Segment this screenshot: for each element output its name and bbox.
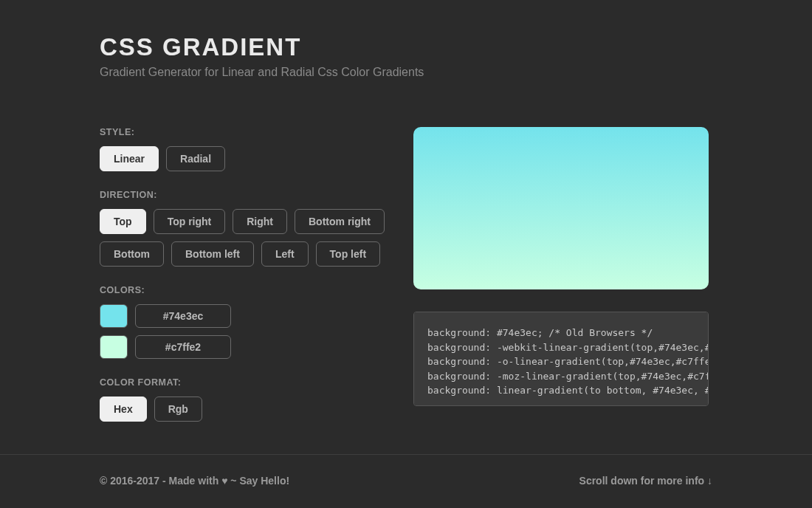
format-rgb-button[interactable]: Rgb [154, 397, 202, 422]
gradient-preview [413, 127, 709, 289]
color-input-2[interactable] [135, 335, 231, 359]
code-output[interactable]: background: #74e3ec; /* Old Browsers */ … [413, 312, 709, 406]
footer: © 2016-2017 - Made with ♥ ~ Say Hello! S… [0, 454, 812, 506]
output-panel: background: #74e3ec; /* Old Browsers */ … [413, 127, 709, 440]
page-title: CSS GRADIENT [100, 33, 712, 61]
color-swatch-2[interactable] [100, 335, 128, 359]
style-label: STYLE: [100, 127, 391, 137]
direction-top-right-button[interactable]: Top right [154, 209, 226, 234]
direction-bottom-left-button[interactable]: Bottom left [171, 241, 254, 267]
color-swatch-1[interactable] [100, 304, 128, 328]
direction-bottom-button[interactable]: Bottom [100, 241, 164, 267]
direction-top-left-button[interactable]: Top left [316, 241, 381, 267]
direction-label: DIRECTION: [100, 190, 391, 200]
format-section: COLOR FORMAT: Hex Rgb [100, 377, 391, 422]
controls-panel: STYLE: Linear Radial DIRECTION: Top Top … [100, 127, 391, 440]
format-label: COLOR FORMAT: [100, 377, 391, 388]
colors-label: COLORS: [100, 285, 391, 295]
direction-left-button[interactable]: Left [261, 241, 309, 267]
footer-right[interactable]: Scroll down for more info ↓ [579, 475, 712, 487]
format-hex-button[interactable]: Hex [100, 397, 147, 422]
color-input-1[interactable] [135, 304, 231, 328]
colors-section: COLORS: [100, 285, 391, 359]
footer-left: © 2016-2017 - Made with ♥ ~ Say Hello! [100, 475, 289, 487]
style-linear-button[interactable]: Linear [100, 146, 159, 171]
direction-top-button[interactable]: Top [100, 209, 146, 234]
direction-right-button[interactable]: Right [233, 209, 287, 234]
style-section: STYLE: Linear Radial [100, 127, 391, 171]
page-subtitle: Gradient Generator for Linear and Radial… [100, 66, 712, 79]
direction-bottom-right-button[interactable]: Bottom right [295, 209, 385, 234]
style-radial-button[interactable]: Radial [166, 146, 225, 171]
direction-section: DIRECTION: Top Top right Right Bottom ri… [100, 190, 391, 267]
